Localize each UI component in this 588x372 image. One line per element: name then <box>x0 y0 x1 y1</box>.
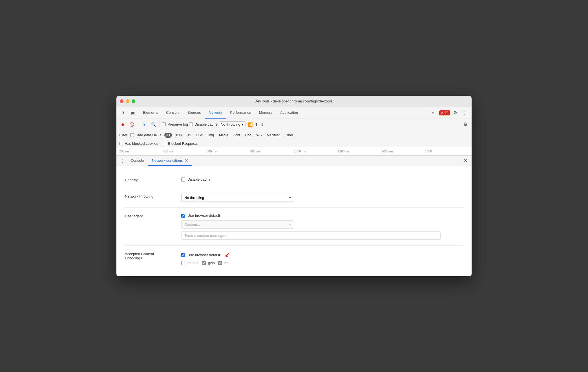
panel-tab-network-conditions[interactable]: Network conditions ✕ <box>148 156 192 166</box>
br-text: br <box>224 261 228 265</box>
preserve-log-label[interactable]: Preserve log <box>162 122 188 126</box>
user-agent-control: Use browser default Custom... ▾ <box>181 213 463 240</box>
blocked-cookies-checkbox[interactable] <box>119 142 123 145</box>
filter-bar: Filter Hide data URLs All XHR JS CSS Img… <box>116 130 472 140</box>
throttle-select[interactable]: No throttling ▾ <box>219 121 246 127</box>
custom-user-agent-input[interactable] <box>181 231 441 240</box>
minimize-button[interactable] <box>126 99 129 103</box>
toolbar-separator-1 <box>138 122 138 127</box>
throttle-value: No throttling <box>221 122 240 126</box>
filter-type-js[interactable]: JS <box>185 133 193 138</box>
gzip-label[interactable]: gzip <box>202 261 215 265</box>
filter-types: All XHR JS CSS Img Media Font Doc WS Man… <box>164 133 295 138</box>
toolbar-separator-2 <box>160 122 160 127</box>
disable-cache-row-text: Disable cache <box>187 177 211 181</box>
tab-network[interactable]: Network <box>205 107 226 119</box>
panel-close-button[interactable]: ✕ <box>461 157 469 165</box>
hide-data-urls-text: Hide data URLs <box>136 133 162 137</box>
throttling-arrow-icon: ▾ <box>289 196 291 200</box>
use-browser-default-checkbox[interactable] <box>181 214 185 218</box>
custom-dropdown[interactable]: Custom... ▾ <box>181 220 294 229</box>
wifi-icon[interactable]: 📶 <box>248 122 253 127</box>
hide-data-urls-checkbox[interactable] <box>130 133 134 137</box>
panel-tab-close-icon[interactable]: ✕ <box>185 158 188 163</box>
filter-type-doc[interactable]: Doc <box>243 133 253 138</box>
hide-data-urls-label[interactable]: Hide data URLs <box>130 133 162 137</box>
tab-elements[interactable]: Elements <box>139 107 162 119</box>
cursor-icon[interactable]: ⬆ <box>120 109 128 117</box>
blocked-requests-label[interactable]: Blocked Requests <box>163 141 198 146</box>
timeline-marks: 200 ms 400 ms 600 ms 800 ms 1000 ms 1200… <box>116 150 472 153</box>
filter-type-manifest[interactable]: Manifest <box>265 133 281 138</box>
encodings-row: Accepted Content-Encodings Use browser d… <box>125 246 463 271</box>
throttling-dropdown[interactable]: No throttling ▾ <box>181 194 294 202</box>
search-button[interactable]: 🔍 <box>149 121 157 128</box>
panel-console-label: Console <box>131 158 144 163</box>
use-browser-default-encodings-label[interactable]: Use browser default ↙ <box>181 251 463 259</box>
use-browser-default-encodings-text: Use browser default <box>187 253 220 257</box>
deflate-checkbox[interactable] <box>181 261 185 265</box>
disable-cache-row-checkbox[interactable] <box>181 178 185 181</box>
filter-type-all[interactable]: All <box>164 133 172 138</box>
filter-type-ws[interactable]: WS <box>254 133 264 138</box>
filter-type-other[interactable]: Other <box>283 133 295 138</box>
checkbox-row: Has blocked cookies Blocked Requests <box>116 140 472 147</box>
disable-cache-text: Disable cache <box>194 122 218 126</box>
caching-control: Disable cache <box>181 177 463 181</box>
tab-memory[interactable]: Memory <box>255 107 276 119</box>
blocked-cookies-label[interactable]: Has blocked cookies <box>119 141 158 146</box>
bottom-panel: ⋮ Console Network conditions ✕ ✕ Caching… <box>116 156 472 276</box>
timeline-1200: 1200 ms <box>338 150 381 153</box>
error-badge[interactable]: ✕ 12 <box>439 110 450 115</box>
filter-type-font[interactable]: Font <box>231 133 242 138</box>
tab-performance[interactable]: Performance <box>226 107 255 119</box>
panel-menu-icon[interactable]: ⋮ <box>119 157 127 165</box>
filter-type-media[interactable]: Media <box>217 133 230 138</box>
tab-console[interactable]: Console <box>162 107 184 119</box>
red-arrow-annotation-2: ↙ <box>225 251 230 259</box>
encodings-label-text: Accepted Content-Encodings <box>125 252 155 260</box>
more-options-button[interactable]: ⋮ <box>460 109 468 117</box>
br-label[interactable]: br <box>218 261 228 265</box>
custom-arrow-icon: ▾ <box>289 223 291 227</box>
filter-type-img[interactable]: Img <box>206 133 216 138</box>
settings-button[interactable]: ⚙ <box>451 109 459 117</box>
deflate-label[interactable]: deflate <box>181 261 198 265</box>
device-icon[interactable]: ▣ <box>129 109 137 117</box>
filter-type-xhr[interactable]: XHR <box>173 133 184 138</box>
toolbar: ⏺ 🚫 ▼ 🔍 Preserve log Disable cache No th… <box>116 119 472 130</box>
filter-icon[interactable]: ▼ <box>140 121 148 128</box>
tab-application[interactable]: Application <box>276 107 302 119</box>
maximize-button[interactable] <box>132 99 135 103</box>
clear-button[interactable]: 🚫 <box>128 121 136 128</box>
preserve-log-text: Preserve log <box>167 122 188 126</box>
panel-tab-console[interactable]: Console <box>127 156 148 166</box>
tabs-list: Elements Console Sources Network Perform… <box>139 107 430 119</box>
close-button[interactable] <box>120 99 123 103</box>
timeline-1400: 1400 ms <box>381 150 425 153</box>
gzip-checkbox[interactable] <box>202 261 206 265</box>
throttle-arrow-icon: ▾ <box>242 122 244 126</box>
disable-cache-checkbox[interactable] <box>189 122 193 126</box>
disable-cache-label[interactable]: Disable cache <box>189 122 218 126</box>
blocked-requests-text: Blocked Requests <box>168 141 198 146</box>
panel-network-conditions-label: Network conditions <box>152 158 183 163</box>
tab-sources[interactable]: Sources <box>184 107 205 119</box>
blocked-requests-checkbox[interactable] <box>163 142 166 145</box>
filter-type-css[interactable]: CSS <box>194 133 205 138</box>
throttling-row: Network throttling No throttling ▾ <box>125 188 463 208</box>
use-browser-default-text: Use browser default <box>187 213 220 218</box>
tab-right-controls: ✕ 12 ⚙ ⋮ <box>437 109 470 117</box>
preserve-log-checkbox[interactable] <box>162 122 166 126</box>
download-icon[interactable]: ⬇ <box>260 122 264 127</box>
record-button[interactable]: ⏺ <box>119 121 127 128</box>
upload-icon[interactable]: ⬆ <box>255 122 258 127</box>
more-tabs-button[interactable]: » <box>430 110 437 115</box>
user-agent-row: User agent Use browser default Custom...… <box>125 208 463 246</box>
br-checkbox[interactable] <box>218 261 222 265</box>
panel-tabs: ⋮ Console Network conditions ✕ ✕ <box>116 156 472 166</box>
network-settings-button[interactable]: ⚙ <box>461 121 469 128</box>
use-browser-default-encodings-checkbox[interactable] <box>181 253 185 257</box>
disable-cache-row-label[interactable]: Disable cache <box>181 177 463 181</box>
use-browser-default-label[interactable]: Use browser default <box>181 213 463 218</box>
